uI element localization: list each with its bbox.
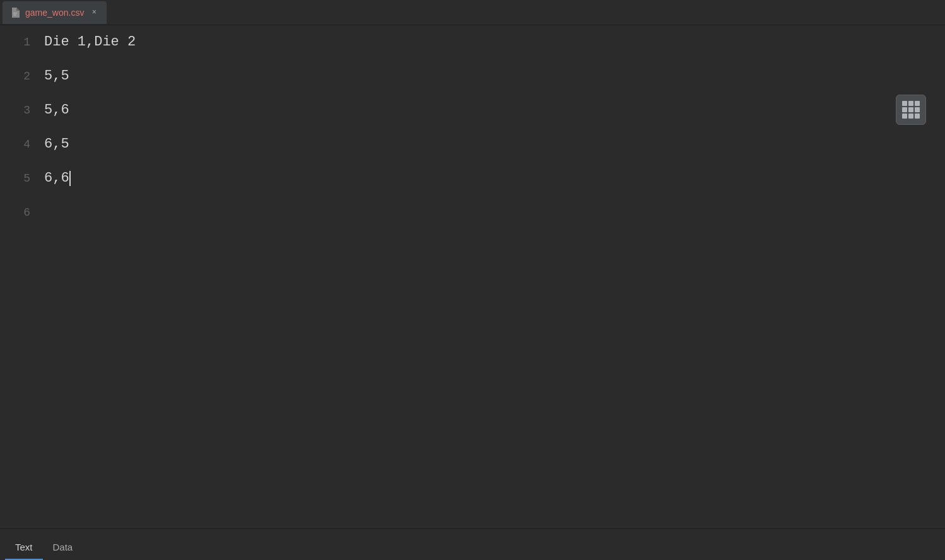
- grid-cell-2: [908, 101, 913, 106]
- grid-cell-3: [915, 101, 920, 106]
- line-2-text: 5,5: [44, 59, 69, 93]
- code-line-1: Die 1,Die 2: [44, 25, 945, 59]
- text-cursor: [69, 171, 71, 186]
- editor-area: 1 2 3 4 5 6 Die 1,Die 2 5,5 5,6 6,5 6,6: [0, 25, 945, 528]
- grid-cell-5: [908, 107, 913, 112]
- line-4-text: 6,5: [44, 127, 69, 161]
- table-view-button[interactable]: [896, 95, 926, 125]
- svg-rect-0: [13, 13, 17, 14]
- line-number-5: 5: [0, 161, 30, 195]
- code-content[interactable]: Die 1,Die 2 5,5 5,6 6,5 6,6: [38, 25, 945, 528]
- line-number-6: 6: [0, 195, 30, 230]
- svg-rect-1: [13, 15, 16, 16]
- code-line-5: 6,6: [44, 161, 945, 195]
- line-number-1: 1: [0, 25, 30, 59]
- file-tab[interactable]: game_won.csv ×: [3, 1, 107, 24]
- line-numbers: 1 2 3 4 5 6: [0, 25, 38, 528]
- line-number-4: 4: [0, 127, 30, 161]
- code-line-4: 6,5: [44, 127, 945, 161]
- tab-close-button[interactable]: ×: [89, 8, 99, 18]
- grid-cell-7: [902, 114, 907, 119]
- line-1-text: Die 1,Die 2: [44, 25, 136, 59]
- tab-filename: game_won.csv: [25, 8, 84, 18]
- code-line-3: 5,6: [44, 93, 945, 127]
- grid-cell-1: [902, 101, 907, 106]
- tab-data-label: Data: [53, 542, 73, 552]
- bottom-tab-bar: Text Data: [0, 528, 945, 560]
- grid-cell-6: [915, 107, 920, 112]
- grid-cell-4: [902, 107, 907, 112]
- tab-text-label: Text: [15, 542, 33, 552]
- line-5-text: 6,6: [44, 161, 69, 195]
- tab-text[interactable]: Text: [5, 535, 43, 560]
- file-icon: [10, 8, 20, 18]
- tab-bar: game_won.csv ×: [0, 0, 945, 25]
- line-number-3: 3: [0, 93, 30, 127]
- code-line-2: 5,5: [44, 59, 945, 93]
- code-line-6: [44, 195, 945, 230]
- grid-cell-9: [915, 114, 920, 119]
- line-3-text: 5,6: [44, 93, 69, 127]
- grid-cell-8: [908, 114, 913, 119]
- table-grid-icon: [902, 101, 920, 119]
- tab-data[interactable]: Data: [43, 535, 83, 560]
- line-number-2: 2: [0, 59, 30, 93]
